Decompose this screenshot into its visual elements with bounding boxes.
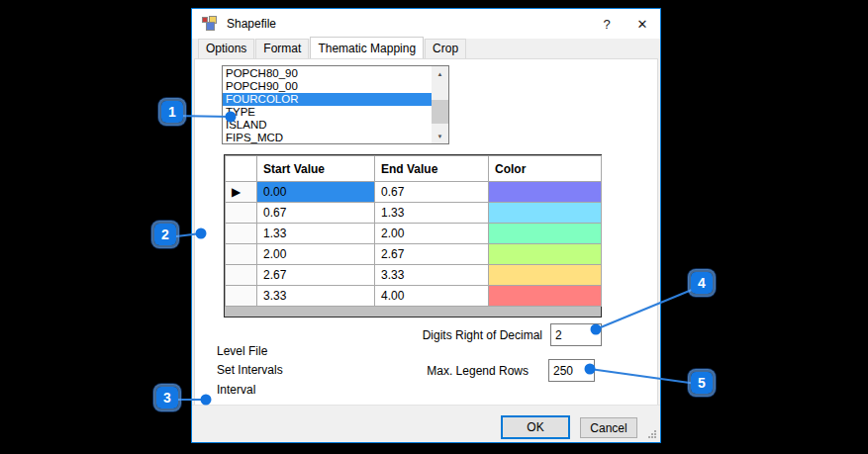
grid-horizontal-scrollbar[interactable] [225,307,601,317]
table-row: 0.67 1.33 [226,203,602,224]
color-swatch[interactable] [489,244,602,265]
col-header-color[interactable]: Color [489,156,602,182]
color-swatch[interactable] [489,182,602,203]
max-legend-rows-label: Max. Legend Rows [340,364,529,379]
list-item[interactable]: POPCH80_90 [223,67,432,80]
color-swatch[interactable] [489,286,602,307]
list-item[interactable]: POPCH90_00 [223,80,432,93]
table-row: 2.00 2.67 [226,244,602,265]
footer-panel: OK Cancel [192,405,660,442]
tab-strip: Options Format Thematic Mapping Crop [192,39,660,58]
close-icon[interactable]: ✕ [625,9,660,39]
digits-right-of-decimal-label: Digits Right of Decimal [340,328,542,343]
interval-grid: Start Value End Value Color ▶ 0.00 0.67 … [224,154,602,318]
field-listbox[interactable]: POPCH80_90 POPCH90_00 FOURCOLOR TYPE ISL… [222,65,449,144]
digits-right-of-decimal-input[interactable] [550,323,602,346]
cell-start[interactable]: 3.33 [257,286,375,307]
scroll-up-icon[interactable]: ▲ [432,66,448,81]
color-swatch[interactable] [489,224,602,244]
help-icon[interactable]: ? [589,9,625,39]
table-row: 2.67 3.33 [226,265,602,286]
list-item[interactable]: FIPS_MCD [223,132,432,144]
list-item[interactable]: TYPE [223,106,432,119]
cell-end[interactable]: 0.67 [375,182,489,203]
scrollbar-thumb[interactable] [432,100,448,124]
grid-header-row: Start Value End Value Color [226,156,602,182]
table-row: ▶ 0.00 0.67 [226,182,602,203]
col-header-start-value[interactable]: Start Value [257,156,375,182]
ok-button[interactable]: OK [501,415,570,439]
color-swatch[interactable] [489,265,602,286]
row-selector[interactable] [226,244,257,265]
screenshot-canvas: Shapefile ? ✕ Options Format Thematic Ma… [0,0,868,454]
list-item-selected[interactable]: FOURCOLOR [223,93,432,106]
form-icon [202,16,218,32]
row-selector[interactable] [226,265,257,286]
level-file-label[interactable]: Level File [217,344,267,359]
cell-end[interactable]: 2.67 [375,244,489,265]
cancel-button[interactable]: Cancel [580,417,637,438]
row-selector[interactable] [226,224,257,244]
window-title: Shapefile [227,17,276,31]
shapefile-dialog: Shapefile ? ✕ Options Format Thematic Ma… [191,8,661,443]
interval-label[interactable]: Interval [217,383,255,398]
cell-end[interactable]: 1.33 [375,203,489,224]
color-swatch[interactable] [489,203,602,224]
title-bar[interactable]: Shapefile ? ✕ [192,9,660,39]
cell-start[interactable]: 0.00 [257,182,375,203]
cell-start[interactable]: 2.00 [257,244,375,265]
cell-start[interactable]: 1.33 [257,224,375,244]
row-selector[interactable] [226,286,257,307]
tab-options[interactable]: Options [198,39,254,58]
row-selector-arrow-icon[interactable]: ▶ [226,182,257,203]
max-legend-rows-input[interactable] [548,359,595,382]
tab-format[interactable]: Format [255,39,309,58]
cell-end[interactable]: 4.00 [375,286,489,307]
tab-crop[interactable]: Crop [425,39,466,58]
table-row: 1.33 2.00 [226,224,602,244]
callout-badge-1: 1 [158,98,186,126]
callout-badge-3: 3 [153,384,181,411]
table-row: 3.33 4.00 [226,286,602,307]
col-header-end-value[interactable]: End Value [375,156,489,182]
resize-grip-icon[interactable] [647,429,657,439]
row-selector-header [226,156,257,182]
set-intervals-label[interactable]: Set Intervals [217,363,283,378]
cell-end[interactable]: 3.33 [375,265,489,286]
callout-badge-5: 5 [688,369,716,397]
callout-badge-2: 2 [151,221,179,248]
cell-end[interactable]: 2.00 [375,224,489,244]
scroll-down-icon[interactable]: ▼ [432,129,448,143]
cell-start[interactable]: 2.67 [257,265,375,286]
callout-badge-4: 4 [688,269,716,297]
cell-start[interactable]: 0.67 [257,203,375,224]
row-selector[interactable] [226,203,257,224]
tab-thematic-mapping[interactable]: Thematic Mapping [310,37,424,58]
list-scrollbar[interactable]: ▲ ▼ [432,66,448,143]
list-item[interactable]: ISLAND [223,119,432,132]
